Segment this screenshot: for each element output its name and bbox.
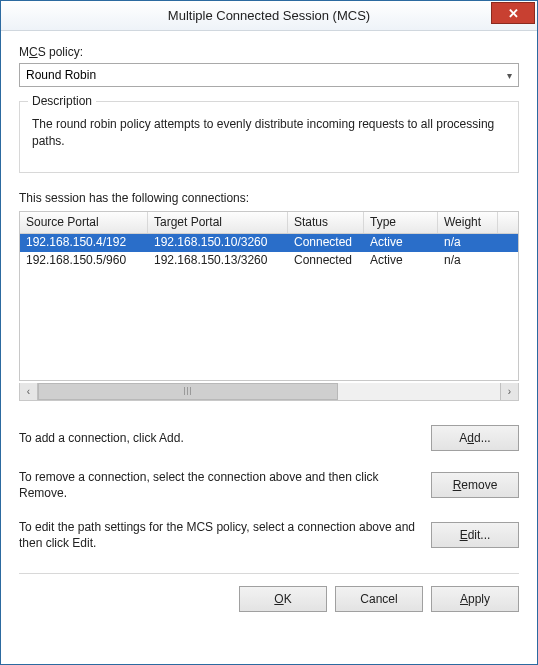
edit-row: To edit the path settings for the MCS po…: [19, 519, 519, 551]
ok-button[interactable]: OK: [239, 586, 327, 612]
scroll-left-button[interactable]: ‹: [20, 383, 38, 400]
col-weight[interactable]: Weight: [438, 212, 498, 233]
window-title: Multiple Connected Session (MCS): [1, 8, 537, 23]
table-cell: Connected: [288, 234, 364, 252]
remove-text: To remove a connection, select the conne…: [19, 469, 431, 501]
connections-list[interactable]: Source Portal Target Portal Status Type …: [19, 211, 519, 381]
table-cell: 192.168.150.5/960: [20, 252, 148, 270]
apply-button[interactable]: Apply: [431, 586, 519, 612]
table-cell: 192.168.150.4/192: [20, 234, 148, 252]
close-icon: ✕: [508, 6, 519, 21]
col-target-portal[interactable]: Target Portal: [148, 212, 288, 233]
edit-button[interactable]: Edit...: [431, 522, 519, 548]
table-cell: Connected: [288, 252, 364, 270]
col-status[interactable]: Status: [288, 212, 364, 233]
close-button[interactable]: ✕: [491, 2, 535, 24]
footer-buttons: OK Cancel Apply: [19, 586, 519, 620]
horizontal-scrollbar[interactable]: ‹ ›: [19, 383, 519, 401]
policy-label: MCS policy:: [19, 45, 519, 59]
chevron-down-icon: ▾: [507, 70, 512, 81]
cancel-button[interactable]: Cancel: [335, 586, 423, 612]
dialog-window: Multiple Connected Session (MCS) ✕ MCS p…: [0, 0, 538, 665]
content-area: MCS policy: Round Robin ▾ Description Th…: [1, 31, 537, 664]
table-cell: n/a: [438, 234, 498, 252]
titlebar: Multiple Connected Session (MCS) ✕: [1, 1, 537, 31]
table-cell: n/a: [438, 252, 498, 270]
connections-body: 192.168.150.4/192192.168.150.10/3260Conn…: [20, 234, 518, 380]
table-cell: Active: [364, 252, 438, 270]
scroll-track[interactable]: [38, 383, 500, 400]
description-text: The round robin policy attempts to evenl…: [32, 116, 506, 150]
scroll-thumb[interactable]: [38, 383, 338, 400]
table-cell: 192.168.150.10/3260: [148, 234, 288, 252]
table-row[interactable]: 192.168.150.4/192192.168.150.10/3260Conn…: [20, 234, 518, 252]
grip-icon: [184, 387, 192, 395]
table-row[interactable]: 192.168.150.5/960192.168.150.13/3260Conn…: [20, 252, 518, 270]
edit-text: To edit the path settings for the MCS po…: [19, 519, 431, 551]
separator: [19, 573, 519, 574]
policy-dropdown[interactable]: Round Robin ▾: [19, 63, 519, 87]
add-text: To add a connection, click Add.: [19, 430, 431, 446]
add-button[interactable]: Add...: [431, 425, 519, 451]
col-type[interactable]: Type: [364, 212, 438, 233]
remove-row: To remove a connection, select the conne…: [19, 469, 519, 501]
table-cell: 192.168.150.13/3260: [148, 252, 288, 270]
table-cell: Active: [364, 234, 438, 252]
policy-dropdown-value: Round Robin: [26, 68, 507, 82]
scroll-right-button[interactable]: ›: [500, 383, 518, 400]
remove-button[interactable]: Remove: [431, 472, 519, 498]
description-legend: Description: [28, 94, 96, 108]
description-group: Description The round robin policy attem…: [19, 101, 519, 173]
col-source-portal[interactable]: Source Portal: [20, 212, 148, 233]
connections-label: This session has the following connectio…: [19, 191, 519, 205]
connections-header: Source Portal Target Portal Status Type …: [20, 212, 518, 234]
add-row: To add a connection, click Add. Add...: [19, 425, 519, 451]
